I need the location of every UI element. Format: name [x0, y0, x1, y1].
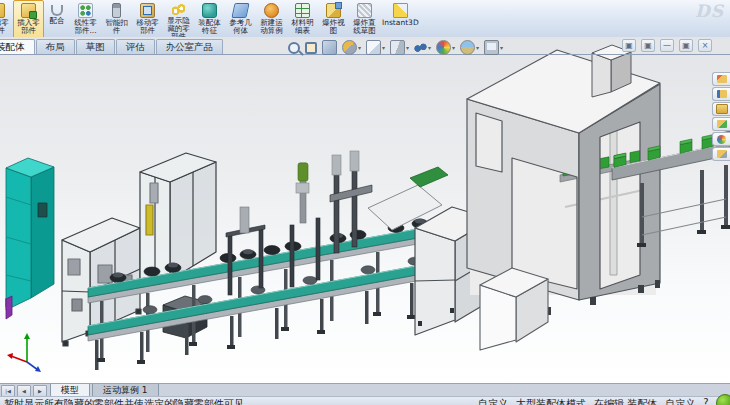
- headsup-view-toolbar: ▾▾▾▾▾▾▾: [287, 39, 504, 56]
- help-bubble-icon[interactable]: [716, 394, 730, 405]
- mate-icon: [51, 5, 63, 16]
- close-icon[interactable]: ×: [698, 39, 712, 52]
- command-tab-3[interactable]: 评估: [116, 39, 155, 54]
- custom-setting-status: 自定义: [478, 397, 508, 405]
- file-explorer-tab[interactable]: [712, 102, 730, 116]
- dropdown-arrow-icon[interactable]: ▾: [500, 44, 503, 51]
- previous-view-button[interactable]: [321, 39, 338, 56]
- section-view-button[interactable]: ▾: [341, 39, 362, 56]
- display-style-button[interactable]: ▾: [389, 39, 410, 56]
- smart-fasteners-button[interactable]: 智能扣件: [101, 0, 132, 38]
- dropdown-arrow-icon[interactable]: ▾: [406, 44, 409, 51]
- view-settings-icon: [484, 40, 499, 55]
- smart-fasteners-icon: [112, 3, 121, 18]
- restore-icon[interactable]: ▣: [679, 39, 693, 52]
- design-library-tab[interactable]: [712, 87, 730, 101]
- zoom-to-area-button[interactable]: [304, 41, 318, 55]
- linear-component-pattern-button[interactable]: 线性零部件...▾: [70, 0, 101, 38]
- minimize-icon[interactable]: —: [660, 39, 674, 52]
- view-palette-tab[interactable]: [712, 117, 730, 131]
- button-label: 爆炸直线草图: [351, 19, 378, 35]
- command-tabs: 装配体布局草图评估办公室产品: [0, 39, 224, 54]
- dropdown-arrow-icon[interactable]: ▾: [428, 44, 431, 51]
- white-box[interactable]: [480, 268, 548, 350]
- view-settings-button[interactable]: ▾: [483, 39, 504, 56]
- show-hidden-components-icon: [172, 3, 185, 16]
- editing-state-status: 在编辑 装配体: [594, 397, 657, 405]
- edit-appearance-icon: [436, 40, 451, 55]
- document-tab-strip: |◀◀▶模型运动算例 1: [0, 383, 730, 397]
- previous-view-icon: [322, 40, 337, 55]
- button-label: 线性零部件...: [72, 19, 99, 35]
- dropdown-arrow-icon[interactable]: ▾: [382, 44, 385, 51]
- status-right-items: 自定义大型装配体模式在编辑 装配体自定义?: [478, 397, 717, 405]
- document-window-controls: ▣▣—▣×: [622, 39, 712, 52]
- hide-show-items-icon: [414, 41, 427, 54]
- edit-appearance-button[interactable]: ▾: [435, 39, 456, 56]
- assembly-features-icon: [202, 3, 217, 18]
- zoom-to-area-icon: [305, 42, 317, 54]
- help-status[interactable]: ?: [703, 397, 708, 405]
- assembly-3d-model[interactable]: [0, 37, 730, 383]
- button-label: 参考几何体: [227, 19, 254, 35]
- assembly-features-button[interactable]: 装配体特征▾: [194, 0, 225, 38]
- exploded-view-button[interactable]: 爆炸视图: [318, 0, 349, 38]
- dassault-ds-logo: DS: [695, 1, 724, 21]
- button-label: 装配体特征: [196, 19, 223, 35]
- button-label: 材料明细表: [289, 19, 316, 35]
- view-orientation-button[interactable]: ▾: [365, 39, 386, 56]
- move-component-button[interactable]: 移动零部件▾: [132, 0, 163, 38]
- window-icon-a-icon[interactable]: ▣: [622, 39, 636, 52]
- linear-component-pattern-icon: [78, 3, 93, 18]
- design-library-icon: [717, 90, 727, 98]
- window-icon-b-icon[interactable]: ▣: [641, 39, 655, 52]
- button-label: 编辑零部件: [0, 19, 11, 35]
- appearances-scenes-icon: [717, 135, 726, 144]
- button-label: 智能扣件: [103, 19, 130, 35]
- command-manager-ribbon: 编辑零部件▾插入零部件▾配合线性零部件...▾智能扣件移动零部件▾显示隐藏的零部…: [0, 0, 730, 38]
- button-label: 移动零部件: [134, 19, 161, 35]
- command-tab-2[interactable]: 草图: [76, 39, 115, 54]
- bill-of-materials-button[interactable]: 材料明细表: [287, 0, 318, 38]
- dropdown-arrow-icon[interactable]: ▾: [452, 44, 455, 51]
- dropdown-arrow-icon[interactable]: ▾: [476, 44, 479, 51]
- teal-cabinet[interactable]: [6, 158, 54, 319]
- mate-button[interactable]: 配合: [44, 0, 70, 38]
- instant3d-button[interactable]: Instant3D: [380, 0, 421, 38]
- show-hidden-components-button[interactable]: 显示隐藏的零部件: [163, 0, 194, 38]
- explode-line-sketch-icon: [357, 3, 372, 18]
- button-label: 爆炸视图: [320, 19, 347, 35]
- command-tab-0[interactable]: 装配体: [0, 39, 35, 54]
- custom-properties-tab[interactable]: [712, 147, 730, 161]
- new-motion-study-button[interactable]: 新建运动算例: [256, 0, 287, 38]
- task-pane-tabs: [712, 72, 730, 161]
- zoom-to-fit-button[interactable]: [287, 41, 301, 55]
- button-label: 配合: [50, 17, 65, 25]
- units-status: 自定义: [665, 397, 695, 405]
- button-label: 新建运动算例: [258, 19, 285, 35]
- edit-component-button[interactable]: 编辑零部件▾: [0, 0, 13, 38]
- solidworks-resources-tab[interactable]: [712, 72, 730, 86]
- large-assembly-mode-status: 大型装配体模式: [516, 397, 586, 405]
- reference-geometry-button[interactable]: 参考几何体▾: [225, 0, 256, 38]
- explode-line-sketch-button[interactable]: 爆炸直线草图: [349, 0, 380, 38]
- file-explorer-icon: [716, 104, 728, 114]
- right-enclosure[interactable]: [467, 45, 660, 315]
- status-bar: 暂时显示所有隐藏的零部件并使选定的隐藏零部件可见 自定义大型装配体模式在编辑 装…: [0, 396, 730, 405]
- origin-triad: [7, 333, 41, 372]
- ribbon-buttons: 编辑零部件▾插入零部件▾配合线性零部件...▾智能扣件移动零部件▾显示隐藏的零部…: [0, 0, 421, 38]
- apply-scene-button[interactable]: ▾: [459, 39, 480, 56]
- insert-components-button[interactable]: 插入零部件▾: [13, 0, 44, 38]
- reference-geometry-icon: [231, 3, 249, 18]
- command-tab-4[interactable]: 办公室产品: [156, 39, 224, 54]
- dropdown-arrow-icon[interactable]: ▾: [358, 44, 361, 51]
- graphics-viewport[interactable]: ▾▾▾▾▾▾▾: [0, 37, 730, 383]
- hide-show-items-button[interactable]: ▾: [413, 40, 432, 55]
- view-orientation-icon: [366, 40, 381, 55]
- button-label: 插入零部件: [15, 19, 42, 35]
- appearances-scenes-tab[interactable]: [712, 132, 730, 146]
- display-style-icon: [390, 40, 405, 55]
- button-label: 显示隐藏的零部件: [165, 17, 192, 38]
- command-tab-1[interactable]: 布局: [36, 39, 75, 54]
- view-palette-icon: [717, 120, 727, 128]
